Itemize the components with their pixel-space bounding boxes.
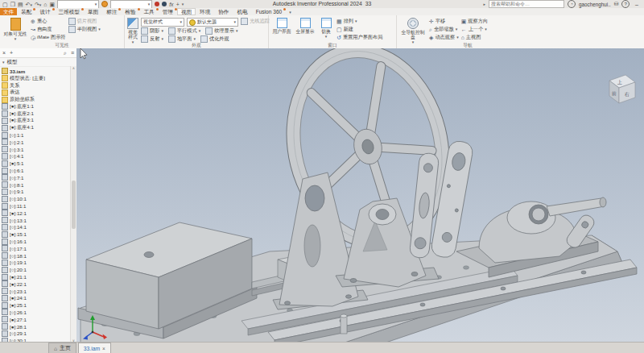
tree-item[interactable]: [○]:14:1: [2, 224, 70, 231]
tree-item[interactable]: [●]:5:1: [2, 160, 70, 167]
tree-item[interactable]: [●]:12:1: [2, 210, 70, 217]
visual-style-button[interactable]: 视觉样式 ▾: [127, 16, 138, 42]
tree-item[interactable]: [●]:21:1: [2, 273, 70, 280]
home-tab[interactable]: ⌂ 主页: [48, 343, 76, 353]
tab-协作[interactable]: 协作: [214, 8, 233, 15]
tab-三维模型[interactable]: 三维模型: [55, 8, 84, 15]
open-file-icon[interactable]: ❒: [10, 1, 15, 8]
save-icon[interactable]: ▤: [18, 1, 23, 8]
user-interface-button[interactable]: 用户界面: [271, 16, 292, 42]
tree-item[interactable]: 关系: [2, 82, 70, 89]
clipboard-icon[interactable]: ▣: [50, 1, 56, 8]
undo-icon[interactable]: ↶▾: [26, 1, 32, 8]
browser-add-icon[interactable]: +: [10, 50, 13, 56]
appearance-combo[interactable]: ▾: [110, 0, 152, 9]
tree-item[interactable]: [○]:9:1: [2, 189, 70, 196]
tree-item[interactable]: [○]:3:1: [2, 146, 70, 153]
home-icon[interactable]: ⌂: [43, 1, 47, 8]
tab-机电[interactable]: 机电: [233, 8, 251, 15]
pan-button[interactable]: ✛ 平移: [429, 18, 459, 25]
previous-view-button[interactable]: ← 上一个 ▾: [461, 26, 488, 33]
tree-item[interactable]: 33.iam: [2, 68, 70, 75]
tree-item[interactable]: [○]:11:1: [2, 202, 70, 210]
arrange-button[interactable]: ▦ 排列 ▾: [336, 18, 382, 25]
slice-view-button[interactable]: 切片视图: [68, 18, 101, 25]
tree-item[interactable]: [○]:26:1: [2, 309, 70, 316]
tab-检验[interactable]: 检验: [121, 8, 139, 15]
redo-icon[interactable]: ↷▾: [35, 1, 41, 8]
look-at-button[interactable]: ▣ 观察方向: [461, 18, 488, 25]
section-icon[interactable]: [162, 2, 167, 6]
qat-customize-caret-icon[interactable]: ▾: [182, 2, 184, 6]
tab-草图[interactable]: 草图: [84, 8, 102, 15]
user-avatar-icon[interactable]: ◔: [568, 0, 576, 8]
tree-item[interactable]: [●]:底座1:1: [2, 103, 70, 110]
tree-item[interactable]: [○]:29:1: [2, 330, 70, 337]
tab-视图[interactable]: 视图: [177, 8, 196, 15]
tree-item[interactable]: [○]:1:1: [2, 131, 70, 139]
browser-scrollbar[interactable]: ∧ ∨: [70, 66, 76, 343]
tab-标注[interactable]: 标注: [102, 8, 121, 15]
zoom-all-button[interactable]: ⌕ 全部缩放 ▾: [429, 26, 459, 33]
tab-装配[interactable]: 装配: [17, 8, 35, 15]
user-name[interactable]: gaochenghui..: [579, 2, 611, 7]
visual-style-combo[interactable]: 视觉样式▾: [141, 18, 184, 27]
half-section-button[interactable]: 半剖视图 ▾: [68, 26, 101, 33]
measure-icon[interactable]: [155, 2, 159, 6]
tab-管理[interactable]: 管理: [159, 8, 177, 15]
tree-item[interactable]: [●]:15:1: [2, 230, 70, 238]
tree-item[interactable]: [●]:24:1: [2, 295, 70, 302]
pin-cylinder[interactable]: [341, 314, 347, 334]
tree-item[interactable]: [○]:6:1: [2, 167, 70, 174]
tree-item[interactable]: 原始坐标系: [2, 96, 70, 103]
add-icon[interactable]: +: [176, 1, 180, 8]
tree-item[interactable]: 表达: [2, 89, 70, 96]
tree-item[interactable]: [○]:20:1: [2, 266, 70, 273]
ray-tracing-button[interactable]: 光线追踪: [241, 18, 270, 25]
tree-item[interactable]: [○]:7:1: [2, 174, 70, 181]
parameters-fx-icon[interactable]: fx: [169, 1, 173, 8]
browser-menu-icon[interactable]: ≡: [71, 50, 74, 56]
center-of-gravity-button[interactable]: ⊕ 重心: [31, 18, 66, 25]
search-expand-icon[interactable]: ▸: [484, 2, 486, 6]
tree-item[interactable]: [○]:4:1: [2, 153, 70, 160]
shadows-button[interactable]: 阴影 ▾: [141, 27, 163, 35]
fullscreen-button[interactable]: 全屏显示: [295, 16, 316, 42]
browser-search-icon[interactable]: ⌕: [64, 50, 67, 56]
tree-item[interactable]: [○]:2:1: [2, 139, 70, 146]
orthographic-button[interactable]: 平行模式 ▾: [168, 27, 200, 35]
tree-item[interactable]: [○]:13:1: [2, 217, 70, 224]
object-visibility-button[interactable]: 对象可见性 ▾: [2, 16, 28, 42]
minimize-button[interactable]: –: [633, 2, 641, 7]
tree-item[interactable]: [●]:25:1: [2, 301, 70, 309]
browser-close-icon[interactable]: ×: [2, 50, 6, 56]
3d-viewport[interactable]: 上 前 右: [76, 48, 644, 343]
tree-item[interactable]: [●]:27:1: [2, 316, 70, 323]
tree-item[interactable]: [○]:19:1: [2, 260, 70, 267]
tree-item[interactable]: [●]:底座3:1: [2, 118, 70, 125]
lighting-combo[interactable]: 默认光源▾: [187, 18, 238, 27]
search-input[interactable]: [489, 1, 564, 8]
tree-item[interactable]: [○]:23:1: [2, 288, 70, 295]
navigation-wheel-button[interactable]: 全导航控制盘 ▾: [399, 16, 427, 42]
help-icon[interactable]: ?: [621, 0, 630, 8]
new-window-button[interactable]: ▢ 新建: [336, 26, 382, 33]
material-combo[interactable]: ▾: [57, 0, 99, 9]
reset-ui-button[interactable]: ↺ 重置用户界面布局: [336, 34, 382, 41]
degrees-of-freedom-button[interactable]: ↝ 自由度: [31, 26, 66, 33]
tree-item[interactable]: [●]:底座2:1: [2, 110, 70, 118]
tab-工具[interactable]: 工具: [140, 8, 159, 15]
tab-环境[interactable]: 环境: [196, 8, 214, 15]
tree-item[interactable]: [●]:底座4:1: [2, 124, 70, 131]
browser-title[interactable]: ▾ 模型: [0, 58, 76, 67]
help-search-box[interactable]: [489, 0, 564, 8]
tree-item[interactable]: [○]:17:1: [2, 245, 70, 252]
ribbon-collapse-icon[interactable]: ▾: [286, 10, 295, 15]
tree-item[interactable]: [○]:8:1: [2, 181, 70, 189]
view-cube[interactable]: 上 前 右: [609, 75, 635, 103]
scrollbar-thumb[interactable]: [72, 181, 76, 229]
scroll-up-icon[interactable]: ∧: [72, 66, 75, 70]
imate-glyph-button[interactable]: ◶ iMate 图示符: [31, 34, 66, 41]
tab-Fusion 360[interactable]: Fusion 360: [252, 8, 287, 15]
tree-item[interactable]: [●]:28:1: [2, 323, 70, 330]
